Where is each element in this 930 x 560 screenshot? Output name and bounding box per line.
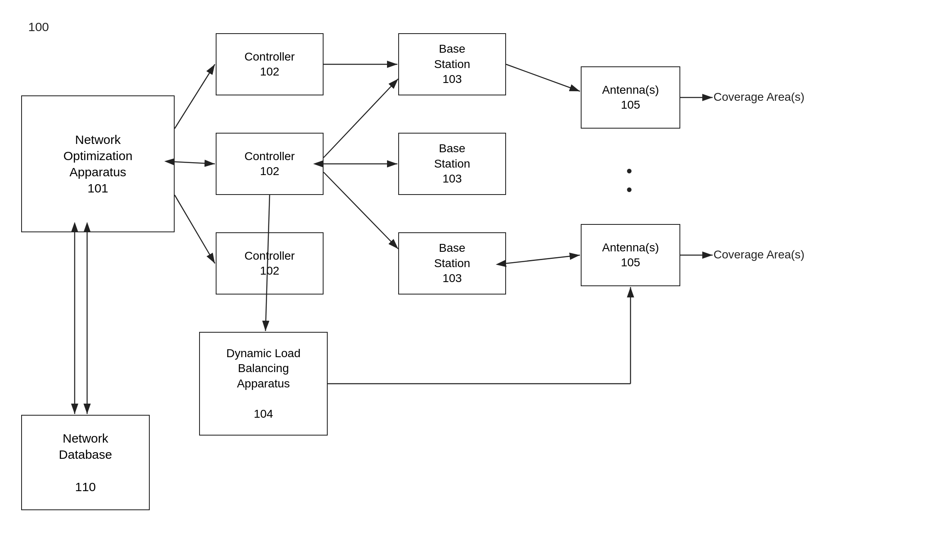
ref-label-100: 100	[28, 20, 49, 34]
svg-line-4	[175, 64, 215, 129]
ctrl3-box: Controller102	[216, 232, 324, 295]
bs1-box: BaseStation103	[398, 33, 506, 95]
ant1-box: Antenna(s)105	[581, 66, 680, 129]
ctrl1-box: Controller102	[216, 33, 324, 95]
svg-line-10	[324, 172, 398, 249]
svg-line-6	[175, 195, 215, 263]
ant2-box: Antenna(s)105	[581, 224, 680, 286]
ctrl2-box: Controller102	[216, 133, 324, 195]
bs3-box: BaseStation103	[398, 232, 506, 295]
coverage-area-1: Coverage Area(s)	[713, 90, 804, 104]
svg-line-11	[506, 64, 580, 91]
coverage-area-2: Coverage Area(s)	[713, 248, 804, 261]
svg-line-5	[175, 162, 215, 164]
diagram-container: 100 NetworkOptimizationApparatus101 Cont…	[0, 0, 930, 560]
svg-line-12	[506, 255, 580, 263]
dots: ••	[626, 162, 632, 199]
dlba-box: Dynamic LoadBalancingApparatus104	[199, 332, 328, 436]
svg-line-8	[324, 79, 398, 158]
netdb-box: NetworkDatabase110	[21, 415, 150, 510]
bs2-box: BaseStation103	[398, 133, 506, 195]
noa-box: NetworkOptimizationApparatus101	[21, 95, 175, 232]
